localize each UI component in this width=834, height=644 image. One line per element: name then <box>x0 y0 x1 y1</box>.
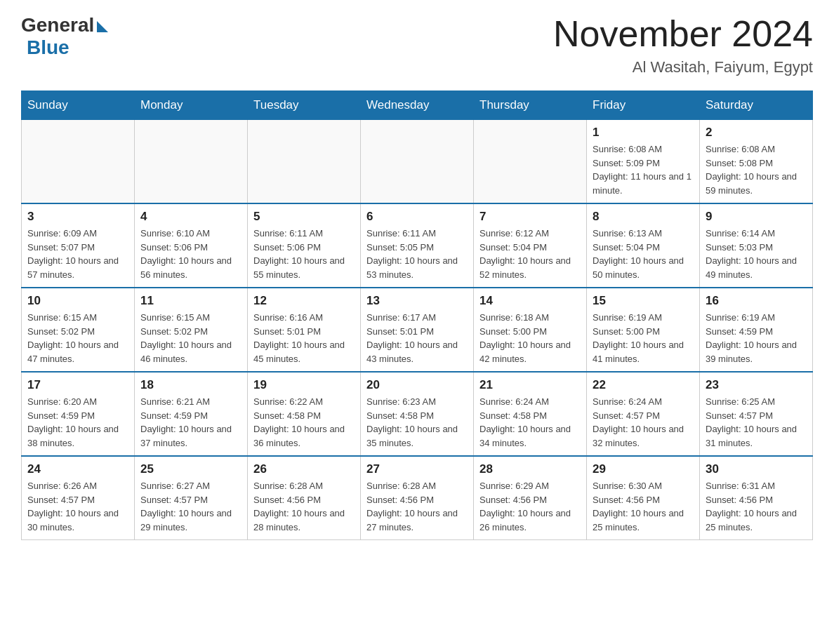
calendar-cell <box>135 120 248 204</box>
day-number: 13 <box>366 294 468 308</box>
day-number: 7 <box>479 210 581 224</box>
day-of-week-header: Saturday <box>700 91 813 120</box>
day-number: 19 <box>253 378 355 392</box>
week-row: 1Sunrise: 6:08 AMSunset: 5:09 PMDaylight… <box>22 120 813 204</box>
calendar-cell: 15Sunrise: 6:19 AMSunset: 5:00 PMDayligh… <box>587 288 700 372</box>
calendar-cell: 16Sunrise: 6:19 AMSunset: 4:59 PMDayligh… <box>700 288 813 372</box>
day-number: 6 <box>366 210 468 224</box>
calendar-cell: 7Sunrise: 6:12 AMSunset: 5:04 PMDaylight… <box>474 203 587 288</box>
day-info: Sunrise: 6:31 AMSunset: 4:56 PMDaylight:… <box>706 479 807 534</box>
day-number: 21 <box>479 378 581 392</box>
day-info: Sunrise: 6:22 AMSunset: 4:58 PMDaylight:… <box>253 395 355 450</box>
day-info: Sunrise: 6:28 AMSunset: 4:56 PMDaylight:… <box>253 479 355 534</box>
day-info: Sunrise: 6:09 AMSunset: 5:07 PMDaylight:… <box>27 227 128 281</box>
location-subtitle: Al Wasitah, Faiyum, Egypt <box>553 58 813 76</box>
week-row: 24Sunrise: 6:26 AMSunset: 4:57 PMDayligh… <box>22 456 813 540</box>
day-info: Sunrise: 6:15 AMSunset: 5:02 PMDaylight:… <box>140 311 241 365</box>
week-row: 17Sunrise: 6:20 AMSunset: 4:59 PMDayligh… <box>22 372 813 456</box>
day-info: Sunrise: 6:25 AMSunset: 4:57 PMDaylight:… <box>706 395 807 450</box>
day-info: Sunrise: 6:28 AMSunset: 4:56 PMDaylight:… <box>366 479 468 534</box>
calendar-cell <box>474 120 587 204</box>
week-row: 3Sunrise: 6:09 AMSunset: 5:07 PMDaylight… <box>22 203 813 288</box>
day-info: Sunrise: 6:18 AMSunset: 5:00 PMDaylight:… <box>479 311 581 365</box>
calendar-cell: 1Sunrise: 6:08 AMSunset: 5:09 PMDaylight… <box>587 120 700 204</box>
day-number: 22 <box>593 378 694 392</box>
calendar-cell <box>361 120 474 204</box>
day-number: 25 <box>140 462 241 476</box>
calendar-cell: 24Sunrise: 6:26 AMSunset: 4:57 PMDayligh… <box>22 456 135 540</box>
calendar-cell: 13Sunrise: 6:17 AMSunset: 5:01 PMDayligh… <box>361 288 474 372</box>
calendar-cell: 29Sunrise: 6:30 AMSunset: 4:56 PMDayligh… <box>587 456 700 540</box>
logo-blue-text: Blue <box>27 36 70 59</box>
week-row: 10Sunrise: 6:15 AMSunset: 5:02 PMDayligh… <box>22 288 813 372</box>
day-info: Sunrise: 6:20 AMSunset: 4:59 PMDaylight:… <box>27 395 128 450</box>
day-number: 26 <box>253 462 355 476</box>
day-info: Sunrise: 6:26 AMSunset: 4:57 PMDaylight:… <box>27 479 128 534</box>
day-number: 23 <box>706 378 807 392</box>
calendar-cell: 30Sunrise: 6:31 AMSunset: 4:56 PMDayligh… <box>700 456 813 540</box>
calendar-cell: 12Sunrise: 6:16 AMSunset: 5:01 PMDayligh… <box>248 288 361 372</box>
page-header: General Blue November 2024 Al Wasitah, F… <box>21 14 813 76</box>
calendar-cell: 28Sunrise: 6:29 AMSunset: 4:56 PMDayligh… <box>474 456 587 540</box>
day-number: 1 <box>593 126 694 140</box>
calendar-cell <box>248 120 361 204</box>
calendar-cell: 22Sunrise: 6:24 AMSunset: 4:57 PMDayligh… <box>587 372 700 456</box>
calendar-cell: 5Sunrise: 6:11 AMSunset: 5:06 PMDaylight… <box>248 203 361 288</box>
day-info: Sunrise: 6:21 AMSunset: 4:59 PMDaylight:… <box>140 395 241 450</box>
day-of-week-header: Friday <box>587 91 700 120</box>
calendar-cell: 10Sunrise: 6:15 AMSunset: 5:02 PMDayligh… <box>22 288 135 372</box>
day-number: 17 <box>27 378 128 392</box>
day-info: Sunrise: 6:11 AMSunset: 5:05 PMDaylight:… <box>366 227 468 281</box>
day-number: 16 <box>706 294 807 308</box>
calendar-table: SundayMondayTuesdayWednesdayThursdayFrid… <box>21 90 813 540</box>
day-info: Sunrise: 6:30 AMSunset: 4:56 PMDaylight:… <box>593 479 694 534</box>
calendar-cell: 14Sunrise: 6:18 AMSunset: 5:00 PMDayligh… <box>474 288 587 372</box>
day-number: 18 <box>140 378 241 392</box>
day-info: Sunrise: 6:16 AMSunset: 5:01 PMDaylight:… <box>253 311 355 365</box>
day-of-week-header: Wednesday <box>361 91 474 120</box>
day-number: 30 <box>706 462 807 476</box>
day-info: Sunrise: 6:24 AMSunset: 4:57 PMDaylight:… <box>593 395 694 450</box>
day-info: Sunrise: 6:14 AMSunset: 5:03 PMDaylight:… <box>706 227 807 281</box>
day-of-week-header: Tuesday <box>248 91 361 120</box>
logo-general-text: General <box>21 14 94 36</box>
calendar-cell: 18Sunrise: 6:21 AMSunset: 4:59 PMDayligh… <box>135 372 248 456</box>
day-info: Sunrise: 6:17 AMSunset: 5:01 PMDaylight:… <box>366 311 468 365</box>
day-number: 28 <box>479 462 581 476</box>
day-number: 8 <box>593 210 694 224</box>
calendar-cell: 21Sunrise: 6:24 AMSunset: 4:58 PMDayligh… <box>474 372 587 456</box>
day-info: Sunrise: 6:11 AMSunset: 5:06 PMDaylight:… <box>253 227 355 281</box>
calendar-cell: 25Sunrise: 6:27 AMSunset: 4:57 PMDayligh… <box>135 456 248 540</box>
calendar-cell: 19Sunrise: 6:22 AMSunset: 4:58 PMDayligh… <box>248 372 361 456</box>
calendar-cell: 23Sunrise: 6:25 AMSunset: 4:57 PMDayligh… <box>700 372 813 456</box>
day-info: Sunrise: 6:27 AMSunset: 4:57 PMDaylight:… <box>140 479 241 534</box>
day-info: Sunrise: 6:24 AMSunset: 4:58 PMDaylight:… <box>479 395 581 450</box>
day-of-week-header: Thursday <box>474 91 587 120</box>
logo: General Blue <box>21 14 108 59</box>
calendar-cell: 26Sunrise: 6:28 AMSunset: 4:56 PMDayligh… <box>248 456 361 540</box>
title-area: November 2024 Al Wasitah, Faiyum, Egypt <box>553 14 813 76</box>
calendar-cell: 6Sunrise: 6:11 AMSunset: 5:05 PMDaylight… <box>361 203 474 288</box>
calendar-cell: 2Sunrise: 6:08 AMSunset: 5:08 PMDaylight… <box>700 120 813 204</box>
day-info: Sunrise: 6:10 AMSunset: 5:06 PMDaylight:… <box>140 227 241 281</box>
logo-arrow-icon <box>97 21 108 32</box>
calendar-cell: 17Sunrise: 6:20 AMSunset: 4:59 PMDayligh… <box>22 372 135 456</box>
day-info: Sunrise: 6:23 AMSunset: 4:58 PMDaylight:… <box>366 395 468 450</box>
calendar-cell: 9Sunrise: 6:14 AMSunset: 5:03 PMDaylight… <box>700 203 813 288</box>
calendar-header-row: SundayMondayTuesdayWednesdayThursdayFrid… <box>22 91 813 120</box>
day-number: 20 <box>366 378 468 392</box>
calendar-cell: 3Sunrise: 6:09 AMSunset: 5:07 PMDaylight… <box>22 203 135 288</box>
calendar-cell: 4Sunrise: 6:10 AMSunset: 5:06 PMDaylight… <box>135 203 248 288</box>
day-number: 3 <box>27 210 128 224</box>
day-of-week-header: Monday <box>135 91 248 120</box>
calendar-cell: 20Sunrise: 6:23 AMSunset: 4:58 PMDayligh… <box>361 372 474 456</box>
day-of-week-header: Sunday <box>22 91 135 120</box>
day-number: 12 <box>253 294 355 308</box>
calendar-cell: 11Sunrise: 6:15 AMSunset: 5:02 PMDayligh… <box>135 288 248 372</box>
day-info: Sunrise: 6:08 AMSunset: 5:09 PMDaylight:… <box>593 142 694 197</box>
day-info: Sunrise: 6:12 AMSunset: 5:04 PMDaylight:… <box>479 227 581 281</box>
day-info: Sunrise: 6:08 AMSunset: 5:08 PMDaylight:… <box>706 142 807 197</box>
day-number: 29 <box>593 462 694 476</box>
day-number: 24 <box>27 462 128 476</box>
day-number: 5 <box>253 210 355 224</box>
